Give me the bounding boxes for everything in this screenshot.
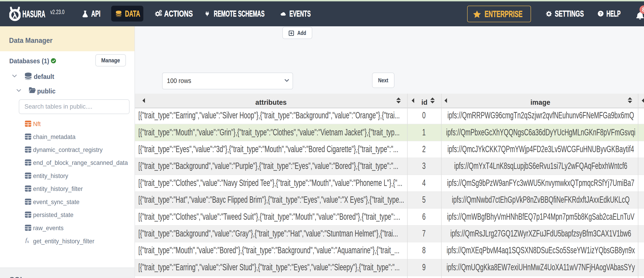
svg-text:?: ? [600,11,602,16]
